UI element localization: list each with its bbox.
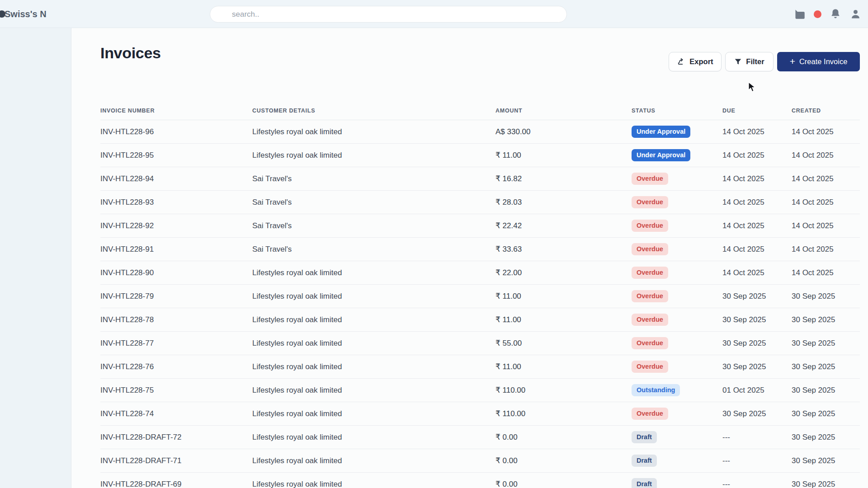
cell-status: Outstanding bbox=[632, 384, 722, 397]
create-invoice-button[interactable]: + Create Invoice bbox=[777, 52, 860, 71]
cell-due-date: 14 Oct 2025 bbox=[722, 174, 792, 183]
cell-customer-details: Sai Travel's bbox=[252, 221, 495, 230]
cell-status: Overdue bbox=[632, 220, 722, 232]
status-badge: Overdue bbox=[632, 243, 668, 256]
cell-created-date: 14 Oct 2025 bbox=[792, 268, 860, 277]
invoice-row[interactable]: INV-HTL228-DRAFT-69 Lifestyles royal oak… bbox=[100, 473, 860, 488]
user-icon[interactable] bbox=[849, 8, 862, 20]
export-icon bbox=[677, 57, 685, 66]
column-header-created: Created bbox=[792, 108, 860, 114]
chat-icon[interactable] bbox=[793, 8, 806, 20]
record-dot[interactable] bbox=[814, 10, 821, 18]
page-title: Invoices bbox=[100, 44, 161, 62]
column-header-customer-details: Customer Details bbox=[252, 108, 495, 114]
cell-customer-details: Lifestyles royal oak limited bbox=[252, 127, 495, 136]
cell-amount: ₹ 55.00 bbox=[495, 338, 632, 348]
cell-created-date: 30 Sep 2025 bbox=[792, 362, 860, 371]
cell-status: Overdue bbox=[632, 243, 722, 256]
invoice-row[interactable]: INV-HTL228-96 Lifestyles royal oak limit… bbox=[100, 120, 860, 144]
cell-created-date: 14 Oct 2025 bbox=[792, 127, 860, 136]
invoice-row[interactable]: INV-HTL228-78 Lifestyles royal oak limit… bbox=[100, 308, 860, 332]
cell-status: Overdue bbox=[632, 196, 722, 209]
invoice-row[interactable]: INV-HTL228-DRAFT-72 Lifestyles royal oak… bbox=[100, 426, 860, 449]
status-badge: Overdue bbox=[632, 290, 668, 303]
status-badge: Overdue bbox=[632, 361, 668, 373]
topbar-icons bbox=[793, 0, 862, 28]
cell-invoice-number: INV-HTL228-DRAFT-72 bbox=[100, 433, 252, 442]
page-actions: Export Filter + Create Invoice bbox=[669, 52, 860, 71]
invoice-row[interactable]: INV-HTL228-79 Lifestyles royal oak limit… bbox=[100, 285, 860, 308]
cell-customer-details: Lifestyles royal oak limited bbox=[252, 409, 495, 418]
cell-amount: ₹ 33.63 bbox=[495, 244, 632, 254]
cell-due-date: 14 Oct 2025 bbox=[722, 268, 792, 277]
filter-icon bbox=[734, 58, 742, 66]
invoice-row[interactable]: INV-HTL228-DRAFT-71 Lifestyles royal oak… bbox=[100, 449, 860, 473]
cell-due-date: --- bbox=[722, 480, 792, 488]
cell-due-date: 14 Oct 2025 bbox=[722, 127, 792, 136]
cell-invoice-number: INV-HTL228-94 bbox=[100, 174, 252, 183]
invoice-row[interactable]: INV-HTL228-77 Lifestyles royal oak limit… bbox=[100, 332, 860, 355]
cell-created-date: 30 Sep 2025 bbox=[792, 292, 860, 301]
cell-due-date: 30 Sep 2025 bbox=[722, 409, 792, 418]
cell-due-date: 14 Oct 2025 bbox=[722, 245, 792, 254]
invoice-row[interactable]: INV-HTL228-94 Sai Travel's ₹ 16.82 Overd… bbox=[100, 167, 860, 191]
cell-amount: ₹ 110.00 bbox=[495, 409, 632, 418]
invoice-row[interactable]: INV-HTL228-93 Sai Travel's ₹ 28.03 Overd… bbox=[100, 191, 860, 214]
filter-label: Filter bbox=[746, 57, 764, 66]
cell-invoice-number: INV-HTL228-DRAFT-69 bbox=[100, 480, 252, 488]
cell-status: Overdue bbox=[632, 361, 722, 373]
cell-invoice-number: INV-HTL228-78 bbox=[100, 315, 252, 324]
invoice-row[interactable]: INV-HTL228-75 Lifestyles royal oak limit… bbox=[100, 379, 860, 402]
cell-amount: ₹ 22.42 bbox=[495, 221, 632, 230]
cell-due-date: 14 Oct 2025 bbox=[722, 198, 792, 207]
cell-status: Overdue bbox=[632, 314, 722, 326]
cell-invoice-number: INV-HTL228-DRAFT-71 bbox=[100, 456, 252, 465]
cell-invoice-number: INV-HTL228-91 bbox=[100, 245, 252, 254]
status-badge: Overdue bbox=[632, 408, 668, 420]
cell-created-date: 14 Oct 2025 bbox=[792, 221, 860, 230]
cell-created-date: 14 Oct 2025 bbox=[792, 151, 860, 160]
cell-status: Draft bbox=[632, 455, 722, 467]
column-header-status: Status bbox=[632, 108, 722, 114]
search-input[interactable] bbox=[210, 6, 567, 23]
workspace-brand: Swiss's N bbox=[3, 0, 47, 28]
cell-amount: A$ 330.00 bbox=[495, 127, 632, 136]
cell-amount: ₹ 11.00 bbox=[495, 315, 632, 324]
cell-amount: ₹ 0.00 bbox=[495, 479, 632, 488]
cell-created-date: 30 Sep 2025 bbox=[792, 386, 860, 395]
cell-created-date: 14 Oct 2025 bbox=[792, 198, 860, 207]
invoice-row[interactable]: INV-HTL228-92 Sai Travel's ₹ 22.42 Overd… bbox=[100, 214, 860, 238]
status-badge: Under Approval bbox=[632, 149, 690, 162]
status-badge: Draft bbox=[632, 455, 657, 467]
cell-due-date: 30 Sep 2025 bbox=[722, 315, 792, 324]
filter-button[interactable]: Filter bbox=[725, 52, 774, 71]
table-header-row: Invoice Number Customer Details Amount S… bbox=[100, 102, 860, 120]
status-badge: Draft bbox=[632, 478, 657, 488]
export-button[interactable]: Export bbox=[669, 52, 722, 71]
cell-customer-details: Lifestyles royal oak limited bbox=[252, 339, 495, 348]
invoice-row[interactable]: INV-HTL228-74 Lifestyles royal oak limit… bbox=[100, 402, 860, 426]
cell-customer-details: Sai Travel's bbox=[252, 198, 495, 207]
cell-status: Overdue bbox=[632, 267, 722, 279]
column-header-amount: Amount bbox=[495, 108, 632, 114]
invoice-row[interactable]: INV-HTL228-95 Lifestyles royal oak limit… bbox=[100, 144, 860, 167]
cell-customer-details: Lifestyles royal oak limited bbox=[252, 433, 495, 442]
bell-icon[interactable] bbox=[830, 8, 841, 20]
cell-amount: ₹ 11.00 bbox=[495, 150, 632, 160]
cell-status: Draft bbox=[632, 478, 722, 488]
cell-invoice-number: INV-HTL228-75 bbox=[100, 386, 252, 395]
invoice-row[interactable]: INV-HTL228-91 Sai Travel's ₹ 33.63 Overd… bbox=[100, 238, 860, 261]
cell-amount: ₹ 0.00 bbox=[495, 432, 632, 442]
invoice-row[interactable]: INV-HTL228-76 Lifestyles royal oak limit… bbox=[100, 355, 860, 379]
cell-due-date: --- bbox=[722, 456, 792, 465]
cell-created-date: 30 Sep 2025 bbox=[792, 433, 860, 442]
cell-created-date: 30 Sep 2025 bbox=[792, 315, 860, 324]
invoices-table: Invoice Number Customer Details Amount S… bbox=[100, 102, 860, 488]
cell-customer-details: Lifestyles royal oak limited bbox=[252, 292, 495, 301]
status-badge: Outstanding bbox=[632, 384, 680, 397]
create-invoice-label: Create Invoice bbox=[799, 57, 847, 66]
cell-amount: ₹ 0.00 bbox=[495, 456, 632, 465]
invoice-row[interactable]: INV-HTL228-90 Lifestyles royal oak limit… bbox=[100, 261, 860, 285]
table-body: INV-HTL228-96 Lifestyles royal oak limit… bbox=[100, 120, 860, 488]
column-header-due: Due bbox=[722, 108, 792, 114]
